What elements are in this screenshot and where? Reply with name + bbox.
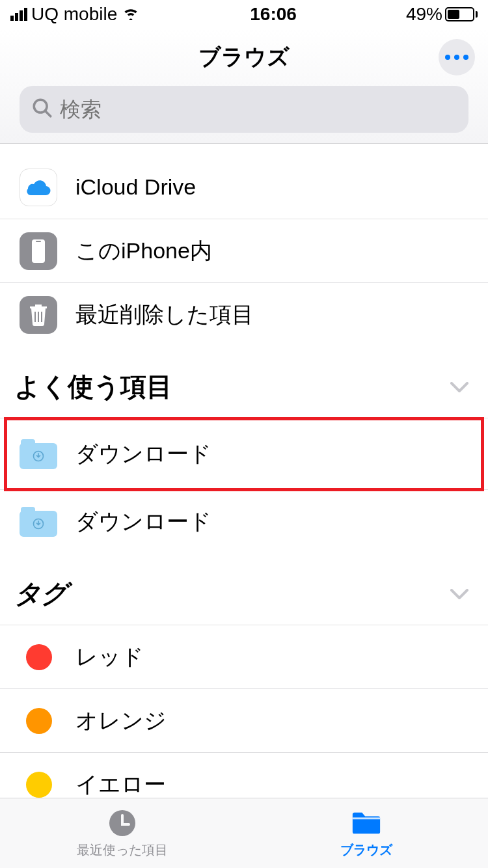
iphone-icon: [20, 232, 57, 270]
tag-red[interactable]: レッド: [0, 625, 488, 689]
favorite-label: ダウンロード: [75, 439, 211, 469]
page-title: ブラウズ: [198, 42, 290, 72]
favorite-label: ダウンロード: [75, 507, 211, 537]
trash-icon: [20, 296, 57, 334]
carrier-label: UQ mobile: [31, 4, 117, 25]
battery-icon: [445, 7, 478, 21]
folder-download-icon: [20, 507, 57, 537]
tag-label: オレンジ: [75, 706, 167, 736]
tag-label: レッド: [75, 642, 144, 672]
more-dots-icon: [445, 55, 450, 60]
cellular-signal-icon: [10, 8, 27, 21]
section-header-favorites[interactable]: よく使う項目: [0, 347, 488, 418]
clock-icon: [107, 807, 138, 839]
folder-download-icon: [20, 439, 57, 469]
svg-rect-3: [36, 241, 41, 242]
wifi-icon: [121, 4, 141, 25]
section-title: タグ: [14, 576, 68, 612]
tab-label: ブラウズ: [340, 841, 392, 859]
search-bar[interactable]: [20, 86, 468, 133]
tab-bar: 最近使った項目 ブラウズ: [0, 798, 488, 868]
tag-color-dot: [26, 644, 52, 670]
tab-label: 最近使った項目: [77, 841, 168, 859]
location-label: このiPhone内: [75, 236, 212, 266]
icloud-icon: [20, 169, 57, 206]
location-recently-deleted[interactable]: 最近削除した項目: [0, 283, 488, 347]
clock: 16:06: [250, 4, 297, 25]
search-icon: [31, 97, 53, 122]
search-input[interactable]: [60, 98, 457, 122]
tab-recents[interactable]: 最近使った項目: [0, 798, 244, 868]
tag-orange[interactable]: オレンジ: [0, 689, 488, 753]
status-left: UQ mobile: [10, 4, 141, 25]
tab-browse[interactable]: ブラウズ: [244, 798, 488, 868]
chevron-down-icon: [450, 375, 468, 399]
section-header-tags[interactable]: タグ: [0, 554, 488, 625]
more-button[interactable]: [439, 39, 475, 75]
location-label: iCloud Drive: [75, 174, 196, 200]
status-right: 49%: [406, 4, 478, 25]
status-bar: UQ mobile 16:06 49%: [0, 0, 488, 29]
tag-label: イエロー: [75, 770, 166, 798]
location-label: 最近削除した項目: [75, 300, 254, 330]
location-icloud-drive[interactable]: iCloud Drive: [0, 156, 488, 219]
tag-color-dot: [26, 708, 52, 734]
content: iCloud Drive このiPhone内 最近削除した項目 よく使う項目: [0, 144, 488, 798]
header: ブラウズ: [0, 29, 488, 144]
section-title: よく使う項目: [14, 369, 172, 405]
svg-rect-10: [352, 817, 379, 819]
folder-icon: [351, 807, 382, 839]
favorite-downloads[interactable]: ダウンロード: [0, 418, 488, 490]
location-on-iphone[interactable]: このiPhone内: [0, 219, 488, 283]
tag-yellow[interactable]: イエロー: [0, 753, 488, 798]
tag-color-dot: [26, 772, 52, 798]
svg-line-1: [45, 111, 51, 116]
favorite-downloads[interactable]: ダウンロード: [0, 490, 488, 554]
chevron-down-icon: [450, 582, 468, 606]
svg-rect-2: [32, 239, 45, 263]
battery-percent: 49%: [406, 4, 442, 25]
